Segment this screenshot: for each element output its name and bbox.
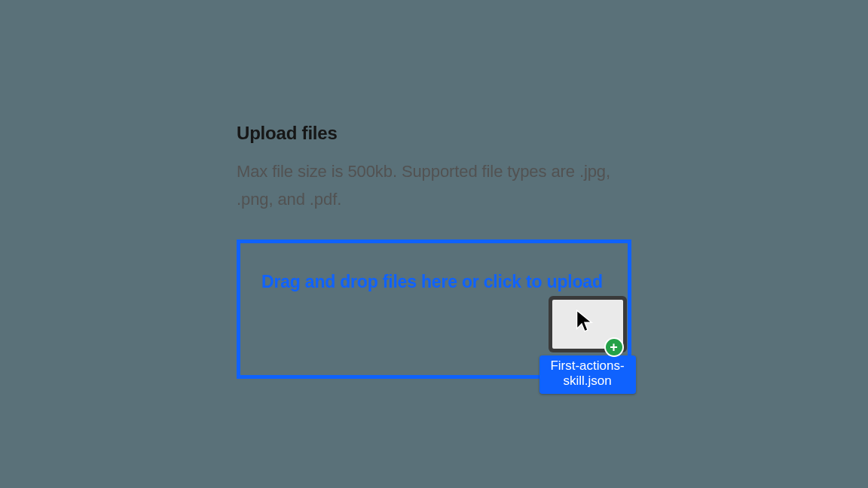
upload-description: Max file size is 500kb. Supported file t…	[237, 157, 631, 214]
upload-title: Upload files	[237, 123, 631, 144]
drag-preview: + First-actions-skill.json	[537, 296, 637, 394]
cursor-icon	[576, 310, 594, 332]
file-thumbnail: +	[549, 296, 627, 352]
plus-icon: +	[604, 337, 624, 357]
dropzone-instruction: Drag and drop files here or click to upl…	[261, 269, 607, 296]
dragged-file-name: First-actions-skill.json	[539, 355, 636, 394]
